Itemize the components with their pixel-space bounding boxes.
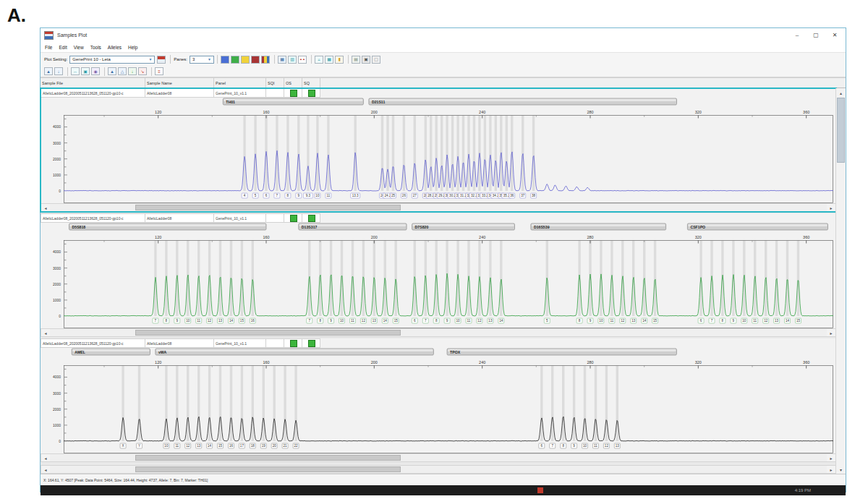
- column-header-sample-name[interactable]: Sample Name: [145, 78, 214, 88]
- svg-text:7: 7: [711, 319, 713, 323]
- scroll-right-button[interactable]: ▸: [827, 454, 835, 461]
- svg-text:6: 6: [265, 194, 268, 197]
- plot-setting-label: Plot Setting:: [44, 57, 67, 61]
- toolbar-main: Plot Setting: GenePrint 10 - Leta ▼ Pane…: [41, 53, 846, 66]
- plot-area: 0100020003000400012016020024028032036078…: [41, 231, 836, 328]
- scroll-track[interactable]: [50, 454, 827, 461]
- scroll-right-button[interactable]: ▸: [827, 329, 835, 336]
- pan-icon[interactable]: ◉: [91, 67, 100, 75]
- compare-plot-icon[interactable]: ▦: [325, 56, 333, 64]
- pane-horizontal-scrollbar[interactable]: ◂▸: [41, 453, 836, 462]
- panes-dropdown[interactable]: 3 ▼: [190, 56, 214, 64]
- scroll-thumb[interactable]: [135, 466, 401, 472]
- all-dyes-icon[interactable]: [261, 56, 270, 64]
- flag-peak-icon[interactable]: ↘: [138, 67, 147, 75]
- zoom-y-in-icon[interactable]: ▲: [44, 67, 53, 75]
- column-header-panel[interactable]: Panel: [214, 78, 266, 88]
- svg-text:320: 320: [695, 235, 702, 239]
- column-header-os[interactable]: OS: [284, 78, 302, 88]
- export-image-icon[interactable]: ▣: [362, 56, 370, 64]
- plot-table-split-icon[interactable]: ▥: [288, 56, 297, 64]
- sample-pane-2[interactable]: AllelicLadder08_20200511213628_051120-gp…: [41, 213, 836, 337]
- svg-text:8: 8: [166, 319, 168, 323]
- minimize-button[interactable]: –: [788, 28, 807, 42]
- menu-item-view[interactable]: View: [74, 45, 84, 50]
- column-header-sqi[interactable]: SQI: [266, 78, 284, 88]
- chevron-down-icon[interactable]: ▼: [206, 57, 213, 62]
- sample-file-cell: AllelicLadder08_20200511213628_051120-gp…: [41, 338, 145, 348]
- red-dye-icon[interactable]: [251, 56, 260, 64]
- menu-item-alleles[interactable]: Alleles: [108, 45, 122, 50]
- column-header-sample-file[interactable]: Sample File: [41, 78, 145, 88]
- save-image-icon[interactable]: ▢: [372, 56, 380, 64]
- show-peaks-icon[interactable]: ▲: [108, 67, 116, 75]
- blue-dye-icon[interactable]: [221, 56, 229, 64]
- scroll-track[interactable]: [50, 329, 827, 336]
- marker-range-bars: AMELvWATPOX: [64, 348, 833, 357]
- menu-item-help[interactable]: Help: [128, 45, 137, 50]
- plot-setting-editor-icon[interactable]: [157, 56, 166, 64]
- sample-info-row[interactable]: AllelicLadder08_20200511213628_051120-gp…: [41, 338, 836, 348]
- overlay-plot-icon[interactable]: ▵: [315, 56, 323, 64]
- svg-text:AMEL: AMEL: [75, 350, 86, 354]
- label-peaks-icon[interactable]: △: [118, 67, 127, 75]
- scroll-thumb[interactable]: [837, 98, 845, 163]
- scroll-thumb[interactable]: [135, 205, 401, 210]
- pane-horizontal-scrollbar[interactable]: ◂▸: [41, 203, 836, 212]
- sample-pane-1[interactable]: AllelicLadder08_20200511213628_051120-gp…: [41, 88, 836, 212]
- vertical-scrollbar[interactable]: ▴ ▾: [835, 88, 846, 474]
- svg-text:Y: Y: [138, 444, 140, 448]
- scroll-right-button[interactable]: ▸: [827, 466, 835, 473]
- yellow-dye-icon[interactable]: [241, 56, 250, 64]
- sample-info-row[interactable]: AllelicLadder08_20200511213628_051120-gp…: [41, 88, 836, 98]
- sq-pass-icon: [308, 215, 315, 222]
- column-header-sq[interactable]: SQ: [302, 78, 320, 88]
- scroll-down-button[interactable]: ▾: [836, 465, 846, 474]
- menu-item-edit[interactable]: Edit: [59, 45, 67, 50]
- scroll-thumb[interactable]: [135, 330, 401, 336]
- size-match-icon[interactable]: ▲▲: [298, 56, 307, 64]
- scroll-track[interactable]: [50, 466, 827, 473]
- samples-plot-window: Samples Plot – ▢ ✕ FileEditViewToolsAlle…: [40, 27, 846, 492]
- scroll-left-button[interactable]: ◂: [41, 204, 50, 211]
- scroll-left-button[interactable]: ◂: [41, 454, 50, 461]
- pane-horizontal-scrollbar[interactable]: ◂▸: [41, 328, 836, 337]
- menu-item-file[interactable]: File: [45, 45, 52, 50]
- sample-pane-3[interactable]: AllelicLadder08_20200511213628_051120-gp…: [41, 338, 836, 462]
- window-title: Samples Plot: [57, 33, 87, 38]
- svg-text:21: 21: [284, 444, 288, 448]
- svg-text:16: 16: [229, 444, 234, 448]
- svg-text:240: 240: [479, 235, 485, 239]
- chevron-down-icon[interactable]: ▼: [147, 57, 153, 62]
- zoom-region-icon[interactable]: ▣: [81, 67, 90, 75]
- green-dye-icon[interactable]: [231, 56, 239, 64]
- svg-text:13: 13: [775, 319, 779, 323]
- plot-table-icon[interactable]: ▦: [278, 56, 286, 64]
- electropherogram-plot[interactable]: 120160200240280320360XY10111213141516171…: [64, 357, 833, 453]
- fit-horizontal-icon[interactable]: ↔: [71, 67, 80, 75]
- menu-item-tools[interactable]: Tools: [90, 45, 101, 50]
- scroll-thumb[interactable]: [135, 455, 401, 461]
- plot-setting-dropdown[interactable]: GenePrint 10 - Leta ▼: [69, 56, 155, 64]
- electropherogram-plot[interactable]: 1201602002402803203604567899.3101113.324…: [64, 106, 833, 203]
- combine-panes-icon[interactable]: ≡: [155, 67, 163, 75]
- scroll-right-button[interactable]: ▸: [827, 204, 835, 211]
- panel-cell: GenePrint_10_v1.1: [214, 88, 266, 98]
- close-button[interactable]: ✕: [825, 28, 844, 42]
- maximize-button[interactable]: ▢: [807, 28, 825, 42]
- zoom-y-out-icon[interactable]: ↓: [54, 67, 63, 75]
- taskbar-app-icon[interactable]: [537, 487, 543, 493]
- app-icon: [44, 31, 54, 40]
- scroll-up-button[interactable]: ▴: [836, 88, 846, 97]
- sample-info-row[interactable]: AllelicLadder08_20200511213628_051120-gp…: [41, 213, 836, 223]
- svg-text:13: 13: [373, 319, 377, 323]
- histogram-icon[interactable]: ▮: [335, 56, 344, 64]
- next-peak-icon[interactable]: ↓: [128, 67, 137, 75]
- electropherogram-plot[interactable]: 1201602002402803203607891011121314151678…: [64, 231, 833, 328]
- print-icon[interactable]: ▤: [352, 56, 360, 64]
- scroll-left-button[interactable]: ◂: [41, 466, 50, 473]
- scroll-track[interactable]: [50, 204, 827, 211]
- outer-horizontal-scrollbar[interactable]: ◂ ▸: [41, 465, 836, 474]
- svg-text:7: 7: [551, 444, 553, 448]
- scroll-left-button[interactable]: ◂: [41, 329, 50, 336]
